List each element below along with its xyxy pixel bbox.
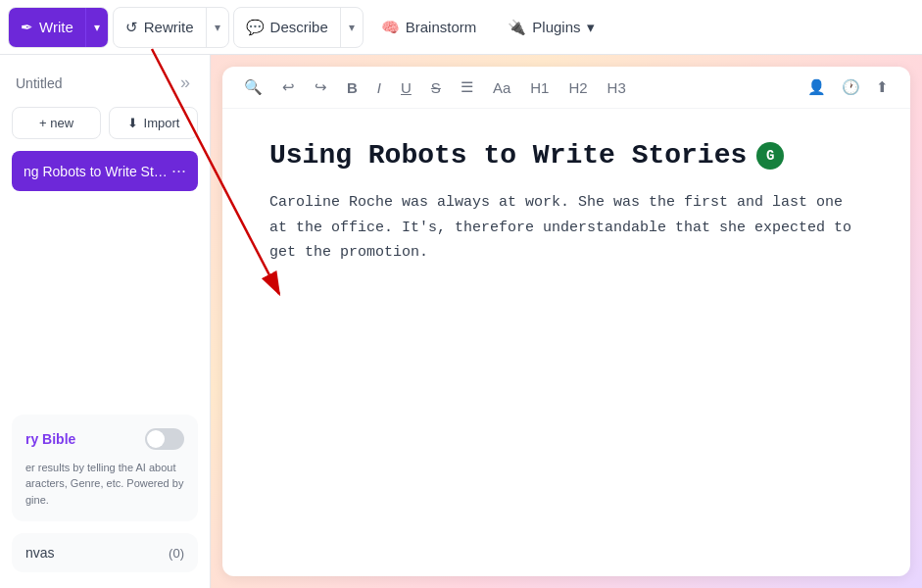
- sidebar-collapse-button[interactable]: »: [176, 71, 194, 95]
- h3-button[interactable]: H3: [602, 75, 632, 100]
- editor-content[interactable]: Using Robots to Write Stories G Caroline…: [222, 109, 910, 576]
- write-label: Write: [39, 19, 73, 35]
- plugins-chevron: ▾: [587, 19, 595, 36]
- document-title: Using Robots to Write Stories G: [269, 140, 863, 171]
- pencil-icon: ✒: [21, 19, 33, 36]
- undo-button[interactable]: ↩: [276, 74, 301, 100]
- rewrite-button[interactable]: ↺ Rewrite: [114, 8, 206, 47]
- rewrite-icon: ↺: [125, 19, 138, 36]
- grammarly-icon: G: [756, 142, 784, 170]
- sidebar-item-menu-icon: ···: [171, 161, 186, 181]
- title-text: Using Robots to Write Stories: [269, 140, 747, 171]
- sidebar: Untitled » + new ⬇ Import ng Robots to W…: [0, 55, 211, 588]
- font-button[interactable]: Aa: [487, 75, 516, 100]
- new-label: + new: [39, 116, 73, 130]
- editor-area: 🔍 ↩ ↪ B I U S ☰ Aa H1 H2 H3 👤 🕐 ⬆ Using …: [222, 67, 910, 576]
- story-bible-description: er results by telling the AI about aract…: [25, 460, 184, 509]
- describe-button[interactable]: 💬 Describe: [234, 8, 340, 47]
- sidebar-spacer: [12, 203, 198, 403]
- italic-button[interactable]: I: [371, 75, 387, 100]
- strikethrough-button[interactable]: S: [425, 75, 447, 100]
- write-chevron[interactable]: ▾: [85, 8, 108, 47]
- write-btn-group: ✒ Write ▾: [8, 7, 109, 48]
- sidebar-untitled: Untitled: [16, 75, 62, 91]
- rewrite-label: Rewrite: [144, 19, 194, 35]
- main-layout: Untitled » + new ⬇ Import ng Robots to W…: [0, 55, 922, 588]
- import-label: Import: [144, 116, 180, 130]
- plugins-button[interactable]: 🔌 Plugins ▾: [494, 8, 607, 47]
- main-toolbar: ✒ Write ▾ ↺ Rewrite ▾ 💬 Describe ▾ 🧠 Bra…: [0, 0, 922, 55]
- describe-label: Describe: [270, 19, 328, 35]
- import-button[interactable]: ⬇ Import: [109, 107, 198, 139]
- canvas-count: (0): [169, 546, 184, 561]
- sidebar-header: Untitled »: [12, 71, 198, 95]
- sidebar-active-item[interactable]: ng Robots to Write Stor... ···: [12, 151, 198, 191]
- brainstorm-button[interactable]: 🧠 Brainstorm: [367, 8, 491, 47]
- describe-btn-group: 💬 Describe ▾: [233, 7, 364, 48]
- expand-button[interactable]: ⬆: [870, 74, 895, 100]
- story-bible-header: ry Bible: [25, 428, 184, 450]
- story-bible-title: ry Bible: [25, 431, 75, 447]
- describe-chevron[interactable]: ▾: [340, 8, 363, 47]
- rewrite-chevron[interactable]: ▾: [206, 8, 228, 47]
- editor-toolbar: 🔍 ↩ ↪ B I U S ☰ Aa H1 H2 H3 👤 🕐 ⬆: [222, 67, 910, 109]
- story-bible-toggle[interactable]: [145, 428, 184, 450]
- plugins-icon: 🔌: [508, 19, 526, 36]
- story-bible-section: ry Bible er results by telling the AI ab…: [12, 415, 198, 522]
- editor-right-tools: 👤 🕐 ⬆: [801, 74, 895, 100]
- bold-button[interactable]: B: [341, 75, 364, 100]
- history-button[interactable]: 🕐: [836, 74, 866, 100]
- canvas-label: nvas: [25, 545, 55, 561]
- new-button[interactable]: + new: [12, 107, 101, 139]
- search-button[interactable]: 🔍: [238, 74, 268, 100]
- h1-button[interactable]: H1: [524, 75, 555, 100]
- underline-button[interactable]: U: [395, 75, 417, 100]
- brainstorm-icon: 🧠: [381, 19, 400, 36]
- redo-button[interactable]: ↪: [309, 74, 333, 100]
- import-icon: ⬇: [127, 116, 138, 130]
- sidebar-actions: + new ⬇ Import: [12, 107, 198, 139]
- list-button[interactable]: ☰: [455, 74, 479, 100]
- ai-assist-button[interactable]: 👤: [801, 74, 832, 100]
- h2-button[interactable]: H2: [562, 75, 593, 100]
- describe-icon: 💬: [246, 19, 265, 36]
- rewrite-btn-group: ↺ Rewrite ▾: [113, 7, 229, 48]
- write-button[interactable]: ✒ Write: [9, 8, 85, 47]
- sidebar-item-text: ng Robots to Write Stor...: [24, 164, 171, 179]
- brainstorm-label: Brainstorm: [406, 19, 477, 35]
- document-body: Caroline Roche was always at work. She w…: [269, 190, 863, 266]
- canvas-section[interactable]: nvas (0): [12, 533, 198, 572]
- plugins-label: Plugins: [532, 19, 580, 35]
